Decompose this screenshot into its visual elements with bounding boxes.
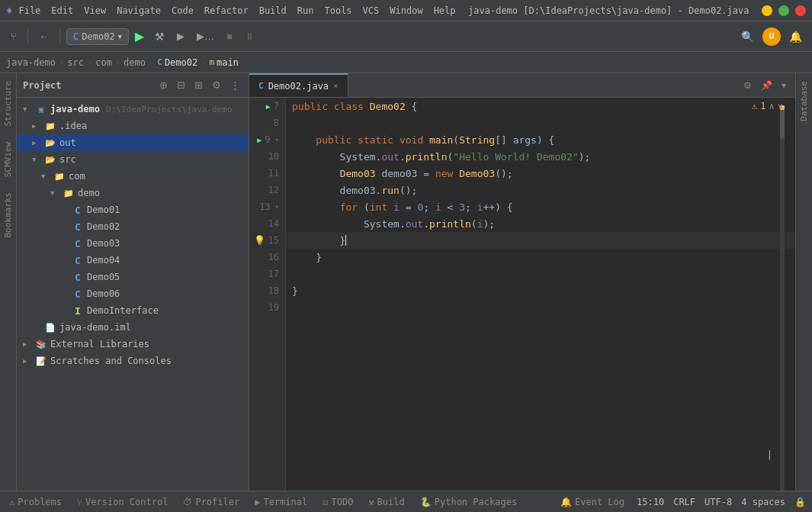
scrollbar-thumb[interactable] [780, 108, 785, 139]
toolbar-vcs-button[interactable]: ⑂ [6, 27, 21, 45]
project-scroll-button[interactable]: ⊞ [192, 79, 205, 92]
indent[interactable]: 4 spaces [741, 497, 785, 507]
more-run-button[interactable]: ▶… [192, 27, 219, 45]
code-line-10[interactable]: System.out.println("Hello World! Demo02"… [286, 148, 795, 165]
bookmarks-panel-tab[interactable]: Bookmarks [2, 185, 14, 246]
tree-item-demo06[interactable]: ▶ C Demo06 [17, 285, 249, 302]
code-line-13[interactable]: for (int i = 0; i < 3; i++) { [286, 198, 795, 215]
code-line-16[interactable]: } [286, 249, 795, 266]
tab-demo02[interactable]: C Demo02.java × [249, 73, 348, 97]
stop-button[interactable]: ■ [222, 27, 237, 45]
window-controls[interactable] [762, 5, 806, 16]
build-button[interactable]: ⚒ [150, 27, 169, 46]
code-editor[interactable]: ⚠ 1 ∧ ∨ ▶ 7 8 ▶ 9 ▾ [249, 98, 795, 491]
tree-item-com[interactable]: ▼ 📁 com [17, 168, 249, 185]
status-python[interactable]: 🐍 Python Packages [417, 495, 520, 509]
code-line-12[interactable]: demo03.run(); [286, 182, 795, 198]
menu-view[interactable]: View [84, 5, 106, 16]
tree-item-out[interactable]: ▶ 📂 out [17, 134, 249, 151]
code-line-8[interactable] [286, 114, 795, 131]
code-line-15[interactable]: } [286, 232, 795, 249]
tree-item-demo02[interactable]: ▶ C Demo02 [17, 218, 249, 235]
tree-item-demo05[interactable]: ▶ C Demo05 [17, 269, 249, 285]
breadcrumb-class[interactable]: C Demo02 [157, 57, 197, 68]
minimize-button[interactable] [762, 5, 772, 16]
run-arrow-7[interactable]: ▶ [266, 102, 271, 111]
code-line-14[interactable]: System.out.println(i); [286, 215, 795, 232]
close-button[interactable] [795, 5, 806, 16]
menu-code[interactable]: Code [172, 5, 194, 16]
breadcrumb-src[interactable]: src [67, 57, 84, 68]
menu-tools[interactable]: Tools [324, 5, 351, 16]
tree-item-ext-libs[interactable]: ▶ 📚 External Libraries [17, 336, 249, 353]
breadcrumb-project[interactable]: java-demo [6, 57, 56, 68]
plugin-updates-button[interactable]: 🔔 [785, 28, 806, 45]
project-settings-button[interactable]: ⚙ [210, 79, 223, 92]
status-problems[interactable]: ⚠ Problems [6, 495, 65, 509]
menu-edit[interactable]: Edit [51, 5, 73, 16]
project-add-button[interactable]: ⊕ [157, 79, 170, 92]
code-line-7[interactable]: public class Demo02 { [286, 98, 795, 114]
search-everywhere-button[interactable]: 🔍 [737, 28, 758, 45]
project-tree[interactable]: ▼ ▣ java-demo D:\IdeaProjects\java-demo … [17, 98, 249, 491]
toolbar-back-button[interactable]: ← [34, 27, 53, 45]
code-line-18[interactable]: } [286, 282, 795, 299]
menu-window[interactable]: Window [390, 5, 422, 16]
menu-help[interactable]: Help [434, 5, 456, 16]
tree-item-java-demo[interactable]: ▼ ▣ java-demo D:\IdeaProjects\java-demo [17, 101, 249, 118]
line-ending[interactable]: CRLF [673, 497, 695, 507]
tree-item-demo01[interactable]: ▶ C Demo01 [17, 201, 249, 218]
status-build[interactable]: ⚒ Build [365, 495, 407, 509]
project-gear-button[interactable]: ⋮ [228, 79, 242, 92]
tree-item-demo[interactable]: ▼ 📁 demo [17, 185, 249, 201]
tree-item-demo03[interactable]: ▶ C Demo03 [17, 235, 249, 252]
breadcrumb-demo[interactable]: demo [124, 57, 146, 68]
code-line-19[interactable] [286, 299, 795, 316]
menu-run[interactable]: Run [297, 5, 314, 16]
encoding[interactable]: UTF-8 [704, 497, 732, 507]
menu-navigate[interactable]: Navigate [117, 5, 161, 16]
scrollbar[interactable] [780, 105, 785, 491]
status-profiler[interactable]: ⏱ Profiler [180, 495, 242, 509]
run-arrow-9[interactable]: ▶ [257, 136, 262, 144]
pause-button[interactable]: ⏸ [240, 27, 259, 45]
scm-panel-tab[interactable]: SCMView [2, 134, 14, 185]
status-todo[interactable]: ☑ TODO [319, 495, 356, 509]
database-panel-tab[interactable]: Database [798, 73, 810, 129]
code-content[interactable]: public class Demo02 { public static void… [286, 98, 795, 491]
menu-file[interactable]: File [18, 5, 40, 16]
user-avatar[interactable]: U [762, 27, 781, 46]
expand-warnings-icon[interactable]: ∧ [769, 101, 775, 111]
breadcrumb-method[interactable]: m main [209, 57, 239, 68]
menu-refactor[interactable]: Refactor [204, 5, 249, 16]
code-line-11[interactable]: Demo03 demo03 = new Demo03(); [286, 165, 795, 182]
run-config-selector[interactable]: C Demo02 ▼ [66, 28, 129, 45]
fold-9[interactable]: ▾ [275, 136, 279, 143]
menu-vcs[interactable]: VCS [363, 5, 380, 16]
code-line-9[interactable]: public static void main(String[] args) { [286, 131, 795, 148]
tree-item-src[interactable]: ▼ 📂 src [17, 151, 249, 168]
menu-build[interactable]: Build [259, 5, 287, 16]
menu-bar[interactable]: File Edit View Navigate Code Refactor Bu… [18, 5, 455, 16]
tree-item-iml[interactable]: ▶ 📄 java-demo.iml [17, 319, 249, 336]
tab-settings-button[interactable]: ⚙ [740, 79, 755, 92]
structure-panel-tab[interactable]: Structure [2, 73, 14, 134]
coverage-button[interactable]: ▶ [172, 27, 189, 45]
status-terminal[interactable]: ▶ Terminal [252, 495, 310, 509]
tree-item-demo-interface[interactable]: ▶ I DemoInterface [17, 302, 249, 319]
collapse-warnings-icon[interactable]: ∨ [778, 101, 783, 111]
fold-13[interactable]: ▾ [275, 203, 279, 211]
tree-item-scratches[interactable]: ▶ 📝 Scratches and Consoles [17, 353, 249, 369]
breadcrumb-com[interactable]: com [95, 57, 112, 68]
tree-item-demo04[interactable]: ▶ C Demo04 [17, 252, 249, 269]
tree-item-idea[interactable]: ▶ 📁 .idea [17, 118, 249, 134]
code-line-17[interactable] [286, 266, 795, 282]
tab-pin-button[interactable]: 📌 [758, 79, 775, 92]
status-event-log[interactable]: 🔔 Event Log [557, 495, 627, 509]
project-expand-button[interactable]: ⊟ [175, 79, 188, 92]
maximize-button[interactable] [778, 5, 789, 16]
lightbulb-icon[interactable]: 💡 [254, 235, 265, 246]
tab-menu-button[interactable]: ▾ [778, 79, 789, 92]
run-button[interactable]: ▶ [132, 27, 147, 45]
status-version-control[interactable]: ⑂ Version Control [74, 495, 171, 509]
